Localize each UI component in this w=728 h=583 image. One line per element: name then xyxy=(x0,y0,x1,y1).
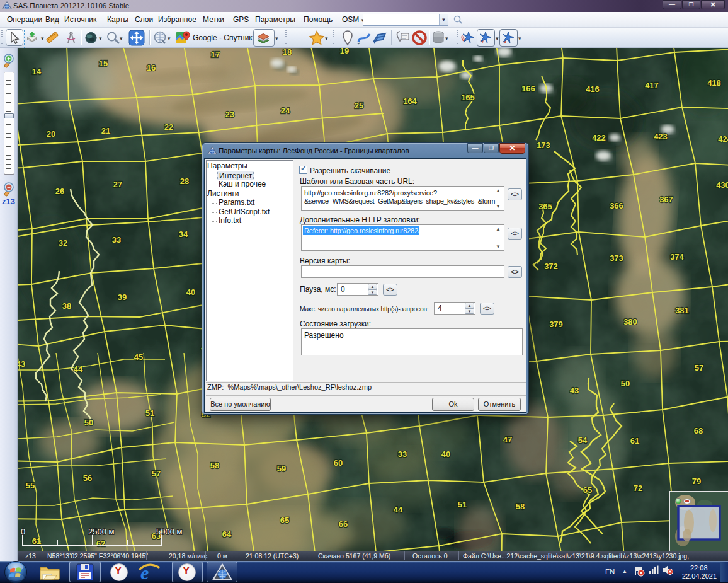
svg-text:62: 62 xyxy=(96,539,105,548)
svg-text:39: 39 xyxy=(118,292,127,302)
svg-text:374: 374 xyxy=(670,252,684,262)
svg-text:45: 45 xyxy=(134,352,143,362)
svg-text:416: 416 xyxy=(586,84,600,94)
svg-text:32: 32 xyxy=(59,238,67,248)
svg-text:173: 173 xyxy=(537,141,550,150)
svg-text:61: 61 xyxy=(630,436,639,446)
svg-text:366: 366 xyxy=(610,201,623,211)
svg-text:55: 55 xyxy=(26,481,35,490)
svg-text:40: 40 xyxy=(441,449,450,459)
svg-text:19: 19 xyxy=(340,48,349,55)
svg-text:418: 418 xyxy=(707,78,721,88)
svg-text:28: 28 xyxy=(180,176,189,186)
svg-text:44: 44 xyxy=(74,364,83,374)
svg-text:56: 56 xyxy=(83,473,92,483)
svg-text:79: 79 xyxy=(692,476,701,486)
svg-text:43: 43 xyxy=(18,359,25,369)
svg-text:59: 59 xyxy=(277,464,286,473)
svg-text:57: 57 xyxy=(152,469,161,478)
svg-text:47: 47 xyxy=(503,435,512,444)
svg-text:381: 381 xyxy=(675,306,689,315)
svg-text:61: 61 xyxy=(32,536,41,546)
svg-text:40: 40 xyxy=(186,287,195,297)
svg-text:423: 423 xyxy=(654,132,668,141)
svg-text:380: 380 xyxy=(623,317,637,326)
svg-text:17: 17 xyxy=(211,50,220,59)
svg-text:14: 14 xyxy=(32,67,42,76)
svg-text:27: 27 xyxy=(113,180,122,189)
svg-text:430: 430 xyxy=(716,180,728,190)
svg-text:20: 20 xyxy=(47,129,55,139)
svg-text:65: 65 xyxy=(280,516,289,525)
svg-text:60: 60 xyxy=(334,458,343,468)
svg-text:38: 38 xyxy=(62,301,71,311)
svg-text:365: 365 xyxy=(538,202,552,211)
svg-text:57: 57 xyxy=(695,363,703,372)
svg-text:51: 51 xyxy=(145,408,154,418)
svg-text:51: 51 xyxy=(458,500,467,509)
svg-text:72: 72 xyxy=(634,483,642,493)
svg-text:58: 58 xyxy=(210,461,219,470)
svg-text:5000 м: 5000 м xyxy=(156,527,183,536)
svg-text:18: 18 xyxy=(283,48,292,57)
svg-text:22: 22 xyxy=(164,122,173,132)
svg-text:33: 33 xyxy=(398,449,407,459)
svg-text:367: 367 xyxy=(659,195,673,204)
svg-text:50: 50 xyxy=(621,379,630,388)
svg-text:166: 166 xyxy=(521,84,535,93)
svg-text:50: 50 xyxy=(84,418,93,427)
svg-text:372: 372 xyxy=(544,262,558,271)
svg-text:379: 379 xyxy=(549,320,563,329)
svg-text:44: 44 xyxy=(394,505,403,514)
svg-text:25: 25 xyxy=(355,101,363,110)
svg-text:66: 66 xyxy=(339,519,348,529)
svg-text:15: 15 xyxy=(99,59,108,68)
svg-text:68: 68 xyxy=(694,426,703,436)
svg-text:164: 164 xyxy=(403,96,417,106)
svg-text:165: 165 xyxy=(461,93,475,102)
svg-text:373: 373 xyxy=(610,253,623,263)
svg-text:422: 422 xyxy=(592,133,606,142)
svg-text:417: 417 xyxy=(645,81,659,90)
svg-text:43: 43 xyxy=(570,386,579,395)
svg-text:24: 24 xyxy=(281,106,290,115)
svg-text:26: 26 xyxy=(55,187,64,196)
svg-text:64: 64 xyxy=(222,529,232,539)
svg-text:54: 54 xyxy=(578,436,588,445)
svg-text:0: 0 xyxy=(21,527,25,536)
svg-text:23: 23 xyxy=(225,110,234,119)
svg-text:16: 16 xyxy=(147,63,156,72)
svg-text:21: 21 xyxy=(101,126,110,136)
svg-text:424: 424 xyxy=(718,134,728,144)
svg-text:58: 58 xyxy=(516,502,525,511)
svg-text:34: 34 xyxy=(179,229,188,239)
svg-text:2500 м: 2500 м xyxy=(88,527,115,536)
svg-text:65: 65 xyxy=(583,485,592,495)
svg-text:33: 33 xyxy=(112,235,121,245)
